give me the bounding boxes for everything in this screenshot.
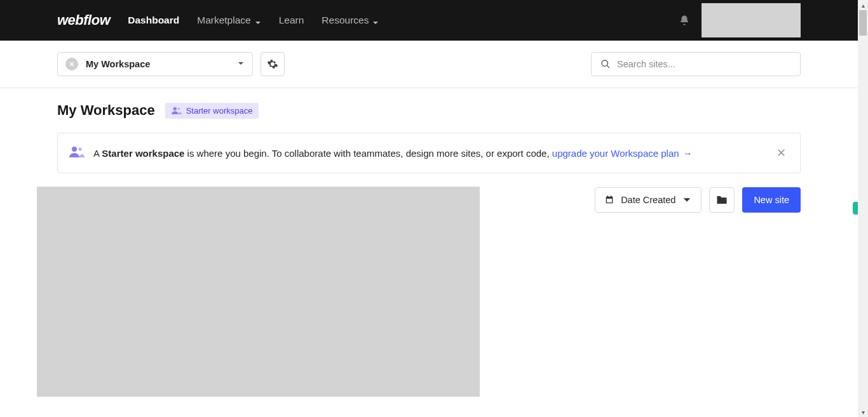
- webflow-logo[interactable]: webflow: [57, 12, 110, 29]
- new-folder-button[interactable]: [709, 187, 735, 213]
- top-nav-right: [679, 3, 801, 37]
- nav-learn-label: Learn: [279, 15, 304, 26]
- site-thumbnail-placeholder[interactable]: [37, 187, 480, 397]
- badge-label: Starter workspace: [186, 106, 253, 116]
- sort-button[interactable]: Date Created: [595, 187, 702, 213]
- scrollbar[interactable]: ▴ ▾: [858, 0, 868, 417]
- banner-mid: is where you begin. To collaborate with …: [184, 148, 552, 159]
- workspace-plan-badge[interactable]: Starter workspace: [165, 103, 259, 119]
- help-tab[interactable]: [853, 202, 858, 215]
- upgrade-link-text: upgrade your Workspace plan: [552, 148, 679, 159]
- people-icon: [69, 145, 85, 161]
- top-nav: webflow Dashboard Marketplace Learn Reso…: [0, 0, 858, 41]
- search-icon: [600, 59, 611, 69]
- arrow-right-icon: →: [683, 148, 693, 159]
- workspace-bar-left: My Workspace: [57, 52, 285, 76]
- workspace-selector[interactable]: My Workspace: [57, 52, 253, 76]
- starter-banner: A Starter workspace is where you begin. …: [57, 133, 801, 173]
- title-row: My Workspace Starter workspace: [57, 102, 801, 119]
- toolbar-right: Date Created New site: [595, 187, 801, 213]
- chevron-down-icon: [372, 17, 379, 23]
- chevron-down-icon: [237, 58, 245, 70]
- nav-resources-label: Resources: [322, 15, 369, 26]
- scrollbar-thumb[interactable]: [859, 10, 867, 36]
- people-icon: [172, 107, 182, 114]
- workspace-icon: [65, 58, 78, 70]
- svg-point-2: [72, 147, 77, 152]
- chevron-down-icon: [682, 195, 692, 205]
- nav-marketplace-label: Marketplace: [197, 15, 250, 26]
- notifications-button[interactable]: [679, 15, 690, 26]
- workspace-selector-label: My Workspace: [86, 59, 150, 69]
- svg-point-3: [79, 148, 82, 151]
- workspace-selector-left: My Workspace: [65, 58, 150, 70]
- nav-dashboard[interactable]: Dashboard: [128, 15, 179, 26]
- banner-text: A Starter workspace is where you begin. …: [93, 148, 765, 159]
- nav-learn[interactable]: Learn: [279, 15, 304, 26]
- top-nav-left: webflow Dashboard Marketplace Learn Reso…: [57, 12, 379, 29]
- new-site-button[interactable]: New site: [742, 187, 801, 213]
- account-menu[interactable]: [702, 3, 801, 37]
- scrollbar-up-icon[interactable]: ▴: [858, 0, 868, 10]
- calendar-icon: [604, 195, 614, 205]
- banner-strong: Starter workspace: [102, 148, 184, 159]
- workspace-bar: My Workspace: [0, 41, 858, 88]
- banner-close-button[interactable]: ✕: [774, 143, 789, 162]
- scrollbar-down-icon[interactable]: ▾: [858, 407, 868, 417]
- search-input[interactable]: [617, 59, 791, 69]
- svg-point-0: [173, 107, 176, 110]
- nav-resources[interactable]: Resources: [322, 15, 379, 26]
- banner-prefix: A: [93, 148, 102, 159]
- nav-dashboard-label: Dashboard: [128, 15, 179, 26]
- chevron-down-icon: [255, 17, 261, 23]
- svg-point-1: [177, 108, 179, 110]
- nav-links: Dashboard Marketplace Learn Resources: [128, 15, 379, 26]
- nav-marketplace[interactable]: Marketplace: [197, 15, 261, 26]
- upgrade-link[interactable]: upgrade your Workspace plan →: [552, 148, 693, 159]
- workspace-settings-button[interactable]: [261, 52, 285, 76]
- page-title: My Workspace: [57, 102, 155, 119]
- search-sites[interactable]: [591, 52, 801, 76]
- sort-label: Date Created: [621, 195, 675, 205]
